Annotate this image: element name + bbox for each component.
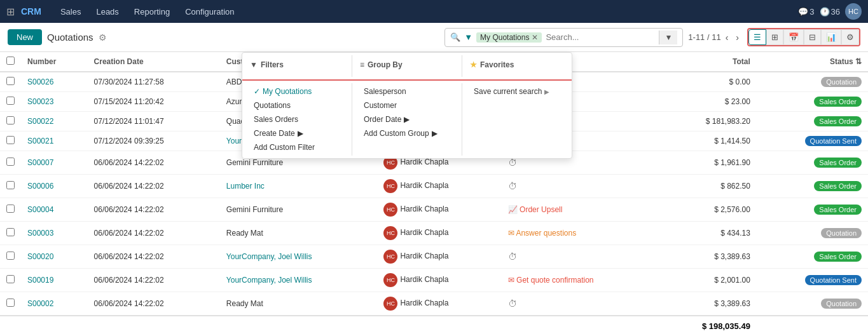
salesperson-name: Hardik Chapla: [400, 228, 448, 237]
table-row: S00006 06/06/2024 14:22:02 Lumber Inc HC…: [0, 175, 868, 198]
filter-quotations[interactable]: Quotations: [250, 98, 344, 112]
creation-date: 06/06/2024 14:22:02: [88, 175, 220, 198]
order-number[interactable]: S00004: [21, 198, 88, 222]
search-dropdown-button[interactable]: ▼: [659, 30, 677, 44]
status-cell: Quotation: [757, 292, 868, 316]
nav-sales[interactable]: Sales: [54, 4, 88, 19]
total-cell: $ 2,576.00: [659, 198, 756, 222]
salesperson-name: Hardik Chapla: [400, 158, 448, 166]
row-checkbox[interactable]: [0, 72, 21, 92]
creation-date: 06/06/2024 14:22:02: [88, 245, 220, 269]
order-number[interactable]: S00003: [21, 222, 88, 245]
groupby-order-date[interactable]: Order Date ▶: [360, 112, 454, 126]
total-cell: $ 434.13: [659, 222, 756, 245]
groupby-add-custom[interactable]: Add Custom Group ▶: [360, 126, 454, 140]
activity-clock-icon[interactable]: ⏱: [508, 252, 517, 262]
nav-leads[interactable]: Leads: [90, 4, 125, 19]
messages-icon[interactable]: 💬 3: [798, 7, 814, 17]
row-checkbox[interactable]: [0, 198, 21, 222]
salesperson-cell: HCHardik Chapla: [377, 245, 501, 269]
prev-page-button[interactable]: ‹: [722, 31, 732, 44]
order-number[interactable]: S00007: [21, 151, 88, 175]
filter-my-quotations[interactable]: ✓ My Quotations: [250, 84, 344, 98]
grid-view-button[interactable]: ⊟: [804, 29, 821, 45]
status-badge: Quotation: [821, 77, 862, 87]
activity-upsell[interactable]: 📈 Order Upsell: [508, 205, 563, 214]
checkmark-icon: ✓: [254, 87, 260, 96]
config-view-button[interactable]: ⚙: [841, 29, 859, 45]
customer-link[interactable]: Lumber Inc: [226, 182, 265, 191]
filters-col: ✓ My Quotations Quotations Sales Orders …: [242, 81, 352, 158]
next-page-button[interactable]: ›: [733, 31, 742, 44]
filter-sales-orders[interactable]: Sales Orders: [250, 112, 344, 126]
activity-answer[interactable]: ✉ Answer questions: [508, 229, 576, 238]
customer-name: Gemini Furniture: [226, 205, 283, 214]
activity-clock-icon[interactable]: ⏱: [508, 158, 517, 168]
order-number[interactable]: S00026: [21, 72, 88, 92]
clock-icon[interactable]: 🕐 36: [820, 7, 840, 17]
row-checkbox[interactable]: [0, 269, 21, 292]
order-number[interactable]: S00019: [21, 269, 88, 292]
row-checkbox[interactable]: [0, 112, 21, 131]
order-number[interactable]: S00020: [21, 245, 88, 269]
activities-cell: ⏱: [502, 292, 659, 316]
activities-cell: 📈 Order Upsell: [502, 198, 659, 222]
row-checkbox[interactable]: [0, 292, 21, 316]
avatar[interactable]: HC: [845, 3, 862, 20]
customer-link[interactable]: YourCompany, Joel Willis: [226, 252, 312, 261]
status-cell: Sales Order: [757, 198, 868, 222]
salesperson-name: Hardik Chapla: [400, 275, 448, 284]
row-checkbox[interactable]: [0, 92, 21, 112]
order-number[interactable]: S00022: [21, 112, 88, 131]
order-number[interactable]: S00002: [21, 292, 88, 316]
total-cell: $ 862.50: [659, 175, 756, 198]
customer-name: Gemini Furniture: [226, 158, 283, 167]
creation-date: 06/06/2024 14:22:02: [88, 269, 220, 292]
order-number[interactable]: S00021: [21, 131, 88, 151]
filter-create-date[interactable]: Create Date ▶: [250, 126, 344, 140]
creation-date: 06/06/2024 14:22:02: [88, 151, 220, 175]
arrow-icon: ▶: [432, 129, 437, 138]
groupby-customer[interactable]: Customer: [360, 98, 454, 112]
nav-configuration[interactable]: Configuration: [179, 4, 240, 19]
status-cell: Sales Order: [757, 112, 868, 131]
calendar-view-button[interactable]: 📅: [783, 29, 804, 45]
row-checkbox[interactable]: [0, 245, 21, 269]
creation-date: 07/15/2024 11:20:42: [88, 92, 220, 112]
order-number[interactable]: S00023: [21, 92, 88, 112]
groupby-salesperson[interactable]: Salesperson: [360, 84, 454, 98]
col-total: Total: [659, 52, 756, 72]
select-all-checkbox[interactable]: [0, 52, 21, 72]
activity-clock-icon[interactable]: ⏱: [508, 181, 517, 191]
customer-cell: Gemini Furniture: [220, 198, 378, 222]
customer-name: Ready Mat: [226, 299, 263, 308]
status-cell: Sales Order: [757, 151, 868, 175]
salesperson-avatar: HC: [383, 297, 397, 311]
customer-link[interactable]: YourCompany, Joel Willis: [226, 276, 312, 285]
brand-label[interactable]: CRM: [21, 6, 41, 17]
chart-view-button[interactable]: 📊: [821, 29, 841, 45]
total-cell: $ 3,389.63: [659, 292, 756, 316]
new-button[interactable]: New: [8, 29, 42, 45]
filter-add-custom[interactable]: Add Custom Filter: [250, 140, 344, 154]
total-cell: $ 1,414.50: [659, 131, 756, 151]
save-current-search[interactable]: Save current search ▶: [470, 84, 564, 98]
row-checkbox[interactable]: [0, 131, 21, 151]
row-checkbox[interactable]: [0, 222, 21, 245]
search-tag-close[interactable]: ✕: [532, 33, 538, 42]
activity-clock-icon[interactable]: ⏱: [508, 299, 517, 309]
row-checkbox[interactable]: [0, 175, 21, 198]
row-checkbox[interactable]: [0, 151, 21, 175]
nav-reporting[interactable]: Reporting: [128, 4, 176, 19]
activity-quote[interactable]: ✉ Get quote confirmation: [508, 276, 594, 285]
search-input[interactable]: [546, 32, 652, 42]
list-view-button[interactable]: ☰: [748, 29, 766, 45]
settings-icon[interactable]: ⚙: [99, 32, 107, 43]
filters-section-header: ▼ Filters: [242, 53, 352, 79]
order-number[interactable]: S00006: [21, 175, 88, 198]
table-row: S00004 06/06/2024 14:22:02 Gemini Furnit…: [0, 198, 868, 222]
search-tag[interactable]: My Quotations ✕: [476, 32, 542, 43]
apps-icon[interactable]: ⊞: [6, 6, 15, 18]
kanban-view-button[interactable]: ⊞: [766, 29, 783, 45]
status-cell: Sales Order: [757, 245, 868, 269]
